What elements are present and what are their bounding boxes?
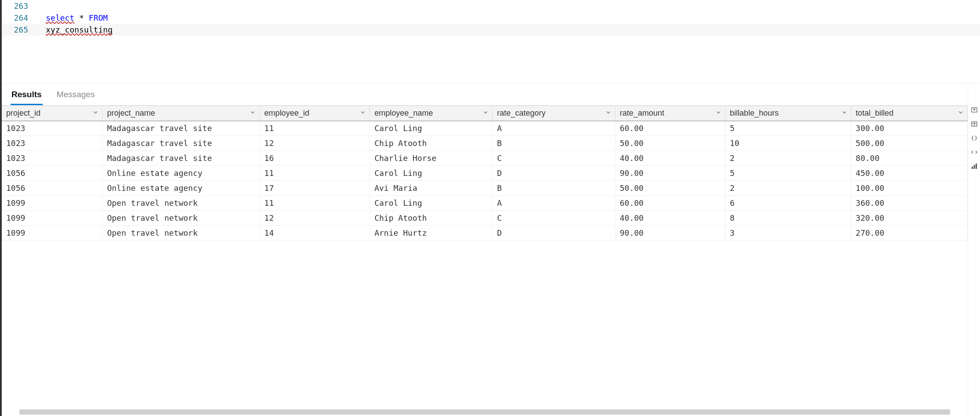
result-tabs: Results Messages [2, 84, 968, 106]
cell[interactable]: 80.00 [851, 151, 967, 166]
tab-messages[interactable]: Messages [56, 87, 96, 105]
chevron-down-icon[interactable] [483, 109, 489, 118]
table-row[interactable]: 1099Open travel network14Arnie HurtzD90.… [2, 226, 968, 241]
cell[interactable]: Carol Ling [370, 166, 493, 181]
cell[interactable]: Madagascar travel site [103, 151, 260, 166]
cell[interactable]: C [493, 151, 615, 166]
column-header-billable_hours[interactable]: billable_hours [725, 106, 851, 121]
cell[interactable]: 60.00 [615, 196, 725, 211]
cell[interactable]: Chip Atooth [370, 211, 493, 226]
cell[interactable]: 11 [260, 121, 370, 136]
cell[interactable]: A [493, 196, 615, 211]
cell[interactable]: 450.00 [851, 166, 967, 181]
cell[interactable]: 16 [260, 151, 370, 166]
cell[interactable]: 90.00 [615, 226, 725, 241]
cell[interactable]: Charlie Horse [370, 151, 493, 166]
cell[interactable]: 1099 [2, 226, 103, 241]
cell[interactable]: Chip Atooth [370, 136, 493, 151]
cell[interactable]: C [493, 211, 615, 226]
table-row[interactable]: 1023Madagascar travel site16Charlie Hors… [2, 151, 968, 166]
cell[interactable]: 11 [260, 166, 370, 181]
cell[interactable]: 1056 [2, 166, 103, 181]
cell[interactable]: 50.00 [615, 136, 725, 151]
cell[interactable]: 3 [725, 226, 851, 241]
cell[interactable]: 6 [725, 196, 851, 211]
chart-icon[interactable] [970, 162, 979, 171]
cell[interactable]: 1023 [2, 136, 103, 151]
table-row[interactable]: 1023Madagascar travel site12Chip AtoothB… [2, 136, 968, 151]
horizontal-scrollbar[interactable] [2, 408, 968, 416]
cell[interactable]: D [493, 166, 615, 181]
table-row[interactable]: 1056Online estate agency17Avi MariaB50.0… [2, 181, 968, 196]
json-icon[interactable] [970, 134, 979, 142]
table-row[interactable]: 1099Open travel network12Chip AtoothC40.… [2, 211, 968, 226]
cell[interactable]: Open travel network [103, 226, 260, 241]
cell[interactable]: D [493, 226, 615, 241]
cell[interactable]: Carol Ling [370, 196, 493, 211]
chevron-down-icon[interactable] [841, 109, 847, 118]
cell[interactable]: 1023 [2, 121, 103, 136]
cell[interactable]: 270.00 [851, 226, 967, 241]
cell[interactable]: 1099 [2, 211, 103, 226]
cell[interactable]: 14 [260, 226, 370, 241]
cell[interactable]: 40.00 [615, 211, 725, 226]
cell[interactable]: Open travel network [103, 211, 260, 226]
cell[interactable]: 60.00 [615, 121, 725, 136]
column-header-rate_amount[interactable]: rate_amount [615, 106, 725, 121]
table-icon[interactable] [970, 120, 979, 128]
cell[interactable]: 2 [725, 151, 851, 166]
chevron-down-icon[interactable] [250, 109, 256, 118]
cell[interactable]: 100.00 [851, 181, 967, 196]
code-line[interactable]: xyz_consulting [37, 25, 113, 34]
cell[interactable]: Avi Maria [370, 181, 493, 196]
cell[interactable]: 12 [260, 211, 370, 226]
column-header-project_name[interactable]: project_name [103, 106, 260, 121]
chevron-down-icon[interactable] [605, 109, 612, 118]
code-line[interactable]: select * FROM [37, 13, 108, 22]
cell[interactable]: 2 [725, 181, 851, 196]
cell[interactable]: B [493, 181, 615, 196]
chevron-down-icon[interactable] [360, 109, 366, 118]
cell[interactable]: 5 [725, 121, 851, 136]
cell[interactable]: 90.00 [615, 166, 725, 181]
code-icon[interactable] [970, 148, 979, 157]
cell[interactable]: Arnie Hurtz [370, 226, 493, 241]
table-row[interactable]: 1023Madagascar travel site11Carol LingA6… [2, 121, 968, 136]
table-row[interactable]: 1099Open travel network11Carol LingA60.0… [2, 196, 968, 211]
cell[interactable]: 1099 [2, 196, 103, 211]
cell[interactable]: 500.00 [851, 136, 967, 151]
column-header-project_id[interactable]: project_id [2, 106, 103, 121]
cell[interactable]: 360.00 [851, 196, 967, 211]
tab-results[interactable]: Results [11, 87, 43, 105]
cell[interactable]: Madagascar travel site [103, 121, 260, 136]
cell[interactable]: Carol Ling [370, 121, 493, 136]
export-icon[interactable] [970, 106, 979, 114]
cell[interactable]: 40.00 [615, 151, 725, 166]
cell[interactable]: B [493, 136, 615, 151]
cell[interactable]: 1023 [2, 151, 103, 166]
table-row[interactable]: 1056Online estate agency11Carol LingD90.… [2, 166, 968, 181]
cell[interactable]: 5 [725, 166, 851, 181]
chevron-down-icon[interactable] [715, 109, 722, 118]
column-header-employee_name[interactable]: employee_name [370, 106, 493, 121]
cell[interactable]: 10 [725, 136, 851, 151]
cell[interactable]: 11 [260, 196, 370, 211]
column-header-total_billed[interactable]: total_billed [851, 106, 967, 121]
cell[interactable]: 300.00 [851, 121, 967, 136]
cell[interactable]: 8 [725, 211, 851, 226]
cell[interactable]: 12 [260, 136, 370, 151]
cell[interactable]: Online estate agency [103, 181, 260, 196]
cell[interactable]: A [493, 121, 615, 136]
chevron-down-icon[interactable] [958, 109, 964, 118]
column-header-rate_category[interactable]: rate_category [493, 106, 615, 121]
cell[interactable]: 50.00 [615, 181, 725, 196]
cell[interactable]: 17 [260, 181, 370, 196]
column-header-employee_id[interactable]: employee_id [260, 106, 370, 121]
sql-editor[interactable]: 263 264 select * FROM 265 xyz_consulting [2, 0, 980, 84]
cell[interactable]: 1056 [2, 181, 103, 196]
cell[interactable]: Online estate agency [103, 166, 260, 181]
chevron-down-icon[interactable] [92, 109, 99, 118]
cell[interactable]: Open travel network [103, 196, 260, 211]
cell[interactable]: Madagascar travel site [103, 136, 260, 151]
cell[interactable]: 320.00 [851, 211, 967, 226]
